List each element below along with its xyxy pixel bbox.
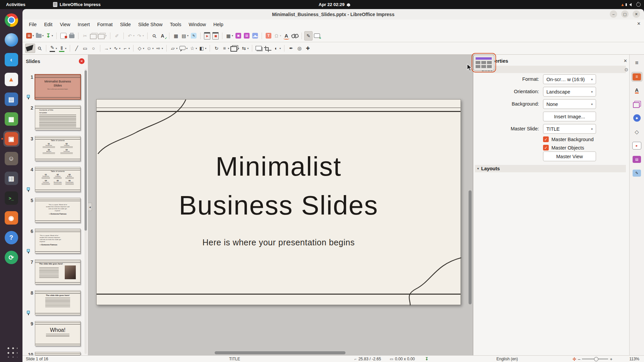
slide-thumbnail[interactable]: “This is a quote. Words full of wisdom t… <box>35 229 80 253</box>
paste-button[interactable]: ▾ <box>98 31 108 41</box>
rectangle-button[interactable]: ▭ ▾ <box>81 44 89 53</box>
redo-button[interactable]: ↷ ▾ <box>136 31 145 41</box>
stars-banners-button[interactable]: ☆ ▾ <box>189 44 198 53</box>
insert-line-button[interactable]: ╱ ▾ <box>72 44 81 53</box>
dock-terminal[interactable]: >_ <box>3 190 19 206</box>
edit-mode-button[interactable]: ✎ ▾ <box>304 31 313 41</box>
dock-help[interactable]: ? <box>3 230 19 246</box>
slide-workspace[interactable]: Minimalist Business Slides Here is where… <box>88 55 473 355</box>
canvas-horizontal-scrollbar[interactable] <box>215 351 345 354</box>
menu-edit[interactable]: Edit <box>40 21 56 28</box>
slide-thumbnail[interactable]: The slide title goes here! <box>35 290 80 315</box>
slide-thumbnail[interactable]: Minimalist Business Slides Here is where… <box>35 74 81 100</box>
dock-libreoffice-writer[interactable]: ▤ <box>3 91 19 107</box>
slide-thumbnail[interactable]: Table of contents 01 Introduction <box>35 136 80 161</box>
dock-libreoffice-impress[interactable]: ▣ <box>3 131 19 147</box>
zoom-slider-handle[interactable] <box>594 357 598 361</box>
new-slide-button[interactable]: ▾ <box>313 31 321 41</box>
slides-scrollbar-thumb[interactable] <box>85 70 87 231</box>
image-filter-button[interactable]: ◐ ▾ <box>272 44 282 53</box>
rotate-button[interactable]: ↻ ▾ <box>212 44 221 53</box>
slide-thumbnail[interactable]: “This is a quote. Words full of wisdom t… <box>35 198 80 223</box>
fit-slide-icon[interactable]: ✜ <box>573 357 576 362</box>
cut-button[interactable]: ✂ ▾ <box>81 31 89 41</box>
start-from-first-slide-button[interactable]: ▶ ▾ <box>203 31 211 41</box>
zoom-pan-button[interactable]: ⚲ ▾ <box>35 44 44 53</box>
dock-libreoffice-calc[interactable]: ▦ <box>3 111 19 127</box>
lines-arrows-button[interactable]: → ▾ <box>103 44 112 53</box>
block-arrows-button[interactable]: ⇨ ▾ <box>155 44 164 53</box>
line-color-button[interactable]: ✎ ▾ <box>49 44 58 53</box>
dock-vlc[interactable]: ▲ <box>3 71 19 87</box>
new-presentation-button[interactable]: ▤ ▾ <box>25 31 35 41</box>
callouts-button[interactable]: ▾ <box>178 44 189 53</box>
basic-shapes-button[interactable]: ◇ ▾ <box>136 44 145 53</box>
close-window-button[interactable]: ✕ <box>633 10 640 18</box>
minimize-button[interactable]: – <box>610 10 617 18</box>
slide-canvas[interactable]: Minimalist Business Slides Here is where… <box>96 99 461 305</box>
start-from-current-slide-button[interactable]: ▮▮ ▾ <box>211 31 220 41</box>
menu-tools[interactable]: Tools <box>166 21 185 28</box>
select-tool-button[interactable]: ▾ <box>25 44 35 53</box>
close-slides-panel-button[interactable]: ✕ <box>79 58 85 64</box>
layout-6content[interactable] <box>473 55 494 71</box>
slide-subtitle-text[interactable]: Here is where your presentation begins <box>97 238 461 247</box>
volume-icon[interactable] <box>629 3 632 6</box>
undo-button[interactable]: ↶ ▾ <box>126 31 136 41</box>
navigator-tab[interactable]: ◆ <box>631 113 643 123</box>
dock-ubuntu-software[interactable]: ◉ <box>3 210 19 226</box>
clock-button[interactable]: Apr 22 02:29 <box>319 0 350 9</box>
crop-image-button[interactable]: ▾ <box>263 44 272 53</box>
find-replace-button[interactable]: ⚲ ▾ <box>150 31 158 41</box>
gallery-tab[interactable] <box>631 99 643 109</box>
master-slides-tab[interactable]: ✎ <box>631 168 643 178</box>
sidebar-menu-button[interactable]: ≡ <box>631 58 643 68</box>
slide-thumbnail[interactable]: Contents of this template <box>35 105 80 130</box>
language-status[interactable]: English (en) <box>496 356 518 362</box>
zoom-slider[interactable] <box>582 359 608 359</box>
styles-tab[interactable]: A <box>631 85 643 96</box>
slide-thumbnail[interactable]: Table of contents 01 Introduction <box>35 167 80 192</box>
slide-thumbnail[interactable]: Whoa! <box>35 321 80 346</box>
menu-format[interactable]: Format <box>94 21 116 28</box>
insert-image-button[interactable]: ▣ ▾ <box>234 31 243 41</box>
close-document-button[interactable]: ✕ <box>637 21 641 26</box>
menu-slide[interactable]: Slide <box>116 21 135 28</box>
shapes-tab[interactable]: ◇ <box>631 127 643 137</box>
insert-text-box-button[interactable]: T ▾ <box>264 31 273 41</box>
properties-tab[interactable]: = <box>631 72 643 82</box>
insert-table-button[interactable]: ▦ ▾ <box>225 31 234 41</box>
print-button[interactable]: ▾ <box>67 31 76 41</box>
window-titlebar[interactable]: Minimalist_Business_Slides.pptx - LibreO… <box>22 9 644 20</box>
export-pdf-button[interactable]: ▾ <box>59 31 67 41</box>
glue-points-button[interactable]: ◎ ▾ <box>295 44 304 53</box>
edit-points-button[interactable]: ✒ ▾ <box>287 44 295 53</box>
shadow-button[interactable]: ▾ <box>255 44 263 53</box>
menu-view[interactable]: View <box>56 21 74 28</box>
slide-transition-tab[interactable]: ▸ <box>631 140 643 150</box>
3d-objects-button[interactable]: ◧ ▾ <box>198 44 207 53</box>
menu-help[interactable]: Help <box>210 21 227 28</box>
focused-app-menu[interactable]: LibreOffice Impress <box>53 2 101 7</box>
copy-button[interactable]: ▾ <box>89 31 98 41</box>
display-grid-button[interactable]: ▦ ▾ <box>172 31 180 41</box>
zoom-in-button[interactable]: + <box>610 357 612 362</box>
arrange-button[interactable]: ▾ <box>230 44 240 53</box>
ellipse-button[interactable]: ○ ▾ <box>89 44 98 53</box>
dock-vscode[interactable]: ‹ <box>3 52 19 68</box>
zoom-out-button[interactable]: – <box>578 357 580 362</box>
insert-hyperlink-button[interactable]: ▾ <box>290 31 299 41</box>
slide-thumbnail[interactable]: The slide title goes here! <box>35 259 80 284</box>
zoom-percentage[interactable]: 113% <box>629 356 639 362</box>
flowchart-button[interactable]: ▱ ▾ <box>169 44 178 53</box>
insert-media-button[interactable]: ▤ ▾ <box>243 31 251 41</box>
activities-button[interactable]: Activities <box>6 2 25 7</box>
slide-thumbnail[interactable] <box>35 352 80 355</box>
distribute-button[interactable]: ⇆ ▾ <box>240 44 250 53</box>
fill-color-button[interactable]: ▮ ▾ <box>58 44 67 53</box>
menu-slide-show[interactable]: Slide Show <box>135 21 166 28</box>
special-character-button[interactable]: Ω ▾ <box>273 31 282 41</box>
dock-blue-sphere-app[interactable] <box>3 32 19 48</box>
display-views-button[interactable]: ▤ ▾ <box>180 31 190 41</box>
save-button[interactable]: ↧ ▾ <box>45 31 54 41</box>
